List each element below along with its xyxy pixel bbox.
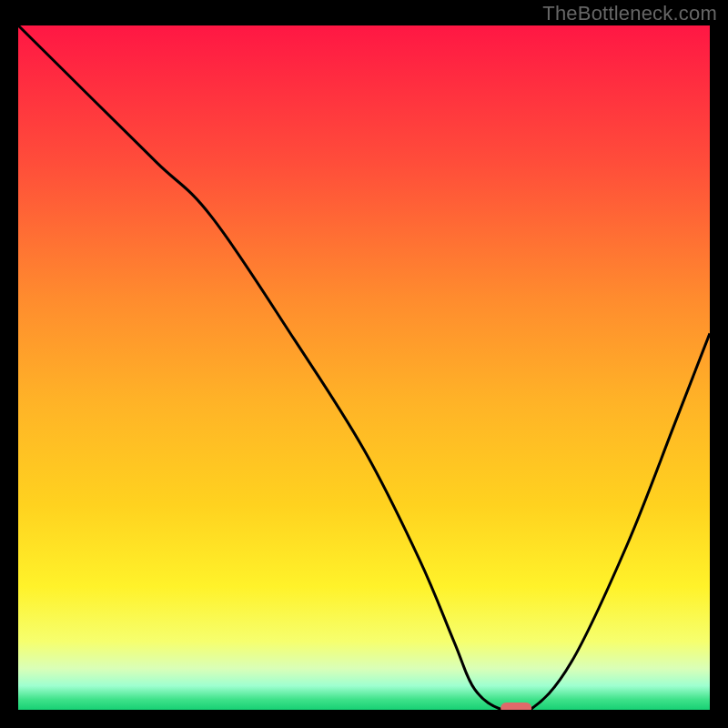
chart-container: TheBottleneck.com: [0, 0, 728, 728]
bottleneck-curve: [18, 25, 710, 710]
watermark-text: TheBottleneck.com: [542, 2, 717, 25]
optimum-marker: [500, 703, 531, 710]
curve-layer: [18, 25, 710, 710]
plot-area: [18, 25, 710, 710]
